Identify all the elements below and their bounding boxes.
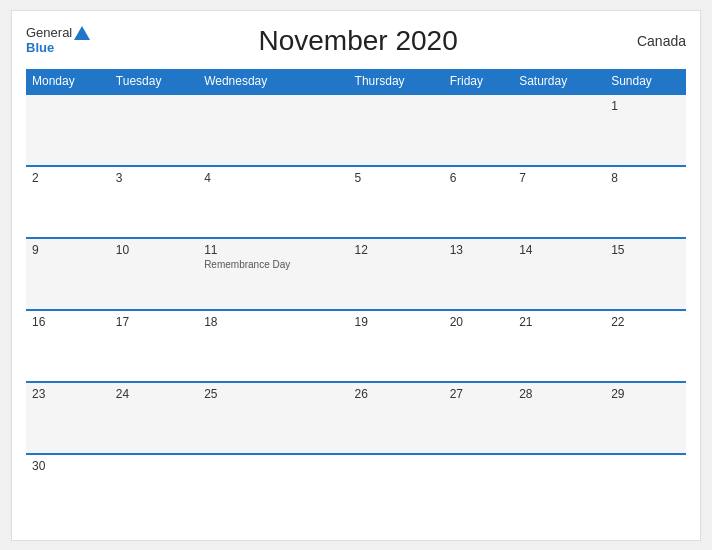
weekday-header-tuesday: Tuesday (110, 69, 198, 94)
cal-cell (513, 454, 605, 526)
cal-cell: 8 (605, 166, 686, 238)
weekday-header-saturday: Saturday (513, 69, 605, 94)
weekday-header-friday: Friday (444, 69, 514, 94)
day-number: 28 (519, 387, 599, 401)
cal-cell (444, 94, 514, 166)
calendar: General Blue November 2020 Canada Monday… (11, 10, 701, 541)
day-number: 29 (611, 387, 680, 401)
logo-blue-text: Blue (26, 41, 90, 55)
weekday-header-wednesday: Wednesday (198, 69, 348, 94)
day-number: 25 (204, 387, 342, 401)
cal-cell: 13 (444, 238, 514, 310)
week-row-3: 91011Remembrance Day12131415 (26, 238, 686, 310)
day-number: 14 (519, 243, 599, 257)
cal-cell: 16 (26, 310, 110, 382)
cal-cell (349, 94, 444, 166)
logo-general-text: General (26, 26, 72, 40)
day-number: 4 (204, 171, 342, 185)
cal-cell: 19 (349, 310, 444, 382)
cal-cell: 3 (110, 166, 198, 238)
cal-cell: 28 (513, 382, 605, 454)
day-number: 16 (32, 315, 104, 329)
cal-cell: 10 (110, 238, 198, 310)
cal-cell: 18 (198, 310, 348, 382)
cal-cell (110, 94, 198, 166)
cal-cell: 22 (605, 310, 686, 382)
day-number: 21 (519, 315, 599, 329)
day-number: 15 (611, 243, 680, 257)
cal-cell (349, 454, 444, 526)
cal-cell: 23 (26, 382, 110, 454)
holiday-label: Remembrance Day (204, 259, 342, 270)
week-row-6: 30 (26, 454, 686, 526)
weekday-header-row: MondayTuesdayWednesdayThursdayFridaySatu… (26, 69, 686, 94)
cal-cell: 4 (198, 166, 348, 238)
day-number: 30 (32, 459, 104, 473)
calendar-title: November 2020 (90, 25, 626, 57)
cal-cell: 12 (349, 238, 444, 310)
day-number: 22 (611, 315, 680, 329)
week-row-4: 16171819202122 (26, 310, 686, 382)
cal-cell (110, 454, 198, 526)
cal-cell: 26 (349, 382, 444, 454)
day-number: 10 (116, 243, 192, 257)
weekday-header-thursday: Thursday (349, 69, 444, 94)
cal-cell: 7 (513, 166, 605, 238)
day-number: 20 (450, 315, 508, 329)
week-row-5: 23242526272829 (26, 382, 686, 454)
cal-cell: 11Remembrance Day (198, 238, 348, 310)
day-number: 17 (116, 315, 192, 329)
week-row-2: 2345678 (26, 166, 686, 238)
cal-cell: 20 (444, 310, 514, 382)
day-number: 24 (116, 387, 192, 401)
day-number: 7 (519, 171, 599, 185)
weekday-header-sunday: Sunday (605, 69, 686, 94)
calendar-grid: MondayTuesdayWednesdayThursdayFridaySatu… (26, 69, 686, 526)
cal-cell (26, 94, 110, 166)
cal-cell: 29 (605, 382, 686, 454)
day-number: 18 (204, 315, 342, 329)
day-number: 23 (32, 387, 104, 401)
logo-triangle-icon (74, 26, 90, 40)
cal-cell: 21 (513, 310, 605, 382)
cal-cell: 1 (605, 94, 686, 166)
day-number: 9 (32, 243, 104, 257)
day-number: 8 (611, 171, 680, 185)
day-number: 19 (355, 315, 438, 329)
day-number: 6 (450, 171, 508, 185)
cal-cell: 30 (26, 454, 110, 526)
logo: General Blue (26, 26, 90, 55)
weekday-header-monday: Monday (26, 69, 110, 94)
cal-cell: 14 (513, 238, 605, 310)
day-number: 11 (204, 243, 342, 257)
day-number: 2 (32, 171, 104, 185)
cal-cell (198, 454, 348, 526)
calendar-header: General Blue November 2020 Canada (26, 21, 686, 61)
cal-cell: 17 (110, 310, 198, 382)
day-number: 12 (355, 243, 438, 257)
cal-cell: 15 (605, 238, 686, 310)
cal-cell: 2 (26, 166, 110, 238)
day-number: 5 (355, 171, 438, 185)
cal-cell (513, 94, 605, 166)
cal-cell (444, 454, 514, 526)
day-number: 27 (450, 387, 508, 401)
day-number: 3 (116, 171, 192, 185)
day-number: 26 (355, 387, 438, 401)
day-number: 13 (450, 243, 508, 257)
cal-cell: 27 (444, 382, 514, 454)
cal-cell (605, 454, 686, 526)
cal-cell: 6 (444, 166, 514, 238)
cal-cell: 9 (26, 238, 110, 310)
cal-cell: 24 (110, 382, 198, 454)
cal-cell: 5 (349, 166, 444, 238)
calendar-country: Canada (626, 33, 686, 49)
week-row-1: 1 (26, 94, 686, 166)
cal-cell: 25 (198, 382, 348, 454)
day-number: 1 (611, 99, 680, 113)
cal-cell (198, 94, 348, 166)
